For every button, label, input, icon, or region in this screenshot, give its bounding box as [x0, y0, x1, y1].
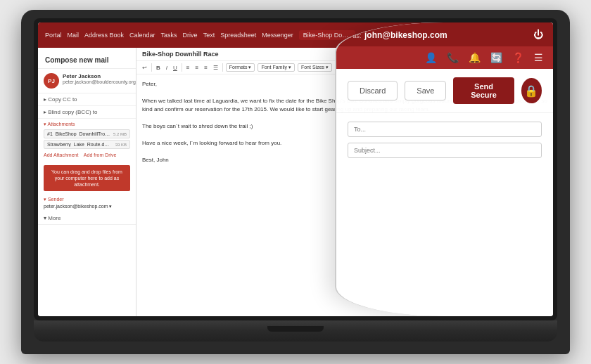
blind-copy-label: ▸ Blind copy (BCC) to: [44, 109, 97, 115]
overlay-content: [336, 113, 553, 316]
toolbar-italic[interactable]: I: [165, 64, 169, 72]
overlay-panel: in as: john@bikeshop.com ⏻ 👤 📞 🔔 🔄 ❓ ☰: [335, 22, 553, 316]
toolbar-align-left[interactable]: ≡: [185, 64, 191, 72]
lock-icon: 🔒: [521, 78, 542, 103]
send-secure-button[interactable]: Send Secure: [453, 77, 514, 104]
nav-text[interactable]: Text: [203, 32, 215, 39]
attachment-1-name: #1_BikeShop_DownhillTrophy.jpg: [47, 131, 110, 136]
overlay-subject-input[interactable]: [348, 143, 542, 158]
font-family-dropdown[interactable]: Font Family ▾: [258, 63, 295, 72]
overlay-to-input[interactable]: [348, 122, 542, 137]
overlay-action-bar: Discard Save Send Secure 🔒: [336, 69, 553, 113]
add-from-drive-btn[interactable]: Add from Drive: [84, 152, 117, 157]
nav-addressbook[interactable]: Address Book: [84, 32, 124, 39]
help-icon[interactable]: ❓: [512, 52, 524, 63]
logged-in-email: john@bikeshop.com: [364, 30, 447, 40]
attachments-title[interactable]: ▾ Attachments: [44, 122, 130, 127]
sender-address-text: peter.jackson@bikeshop.com ▾: [44, 204, 113, 209]
toolbar-bold[interactable]: B: [155, 64, 162, 72]
laptop: Portal Mail Address Book Calendar Tasks …: [21, 10, 570, 354]
sender-section: ▾ Sender peter.jackson@bikeshop.com ▾: [38, 194, 136, 212]
content-area: Compose new mail PJ Peter Jackson peter.…: [38, 48, 553, 316]
sender-section-label[interactable]: ▾ Sender: [44, 197, 130, 202]
save-button[interactable]: Save: [405, 81, 446, 100]
more-label: ▾ More: [44, 215, 61, 221]
attachment-item-1: #1_BikeShop_DownhillTrophy.jpg 5.2 MB: [44, 129, 130, 138]
compose-title: Compose new mail: [38, 53, 136, 69]
toolbar-align-right[interactable]: ≡: [203, 64, 209, 72]
refresh-icon[interactable]: 🔄: [490, 52, 502, 63]
laptop-notch: [267, 326, 324, 332]
power-icon[interactable]: ⏻: [533, 29, 543, 40]
nav-items: Portal Mail Address Book Calendar Tasks …: [45, 30, 355, 40]
drag-drop-area: You can drag and drop files from your co…: [44, 165, 130, 191]
blind-copy-field[interactable]: ▸ Blind copy (BCC) to: [38, 106, 136, 119]
sender-info: PJ Peter Jackson peter.jackson@boulderco…: [38, 69, 136, 93]
attachments-section: ▾ Attachments #1_BikeShop_DownhillTrophy…: [38, 119, 136, 162]
copy-cc-label: ▸ Copy CC to: [44, 96, 77, 103]
add-attachment-links: Add Attachment Add from Drive: [44, 150, 130, 160]
screen-bezel: Portal Mail Address Book Calendar Tasks …: [34, 18, 557, 320]
nav-drive[interactable]: Drive: [183, 32, 198, 39]
nav-messenger[interactable]: Messenger: [262, 32, 293, 39]
toolbar-list[interactable]: ☰: [212, 64, 220, 72]
laptop-base: [34, 320, 557, 342]
copy-cc-field[interactable]: ▸ Copy CC to: [38, 93, 136, 106]
toolbar-sep-3: [222, 63, 223, 72]
sender-name: Peter Jackson: [63, 73, 136, 79]
avatar: PJ: [44, 73, 59, 89]
screen: Portal Mail Address Book Calendar Tasks …: [38, 22, 553, 316]
discard-button[interactable]: Discard: [348, 81, 398, 100]
nav-spreadsheet[interactable]: Spreadsheet: [220, 32, 256, 39]
add-attachment-btn[interactable]: Add Attachment: [44, 152, 78, 157]
nav-tasks[interactable]: Tasks: [161, 32, 177, 39]
sender-dropdown[interactable]: peter.jackson@bikeshop.com ▾: [44, 204, 130, 209]
formats-dropdown[interactable]: Formats ▾: [226, 63, 255, 72]
sender-details: Peter Jackson peter.jackson@bouldercount…: [63, 73, 136, 84]
attachment-1-size: 5.2 MB: [113, 132, 127, 136]
bell-icon[interactable]: 🔔: [469, 52, 481, 63]
attachment-2-size: 33 KB: [115, 143, 127, 147]
attachment-2-name: Strawberry_Lake_Route.docx: [47, 142, 110, 147]
sender-email: peter.jackson@bouldercounty.org: [63, 79, 136, 84]
attachment-item-2: Strawberry_Lake_Route.docx 33 KB: [44, 140, 130, 149]
more-field[interactable]: ▾ More: [38, 212, 136, 225]
sidebar: Compose new mail PJ Peter Jackson peter.…: [38, 48, 136, 316]
nav-portal[interactable]: Portal: [45, 32, 62, 39]
menu-icon[interactable]: ☰: [534, 52, 543, 63]
toolbar-align-center[interactable]: ≡: [193, 64, 200, 72]
person-icon[interactable]: 👤: [425, 52, 437, 63]
phone-icon[interactable]: 📞: [447, 52, 459, 63]
font-size-dropdown[interactable]: Font Sizes ▾: [298, 63, 332, 72]
toolbar-sep-2: [182, 63, 182, 72]
nav-mail[interactable]: Mail: [68, 32, 80, 39]
overlay-toolbar: 👤 📞 🔔 🔄 ❓ ☰: [336, 46, 553, 69]
toolbar-underline[interactable]: U: [172, 64, 179, 72]
nav-calendar[interactable]: Calendar: [129, 32, 155, 39]
toolbar-undo[interactable]: ↩: [141, 64, 148, 72]
toolbar-sep-1: [151, 63, 152, 72]
